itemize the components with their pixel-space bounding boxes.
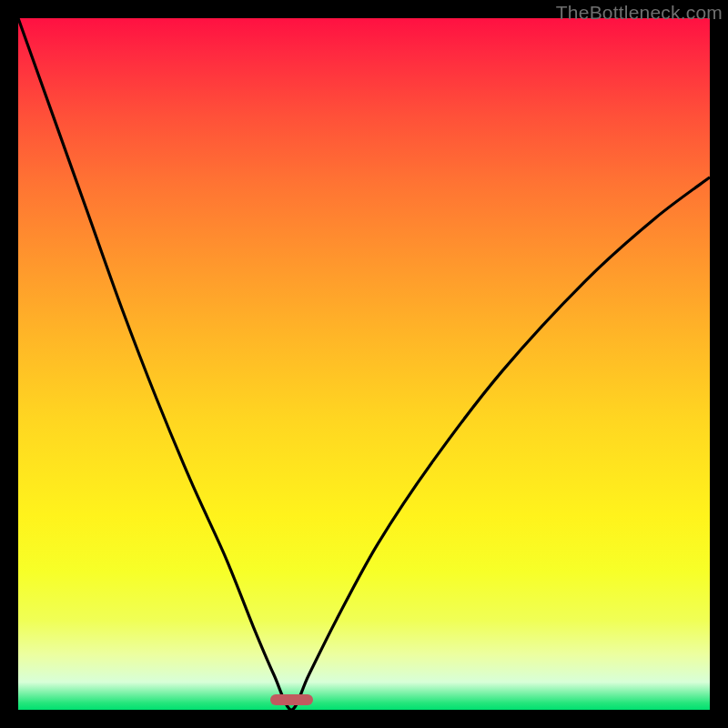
plot-area: [18, 18, 710, 710]
optimal-range-marker: [270, 694, 313, 705]
bottleneck-curve: [18, 18, 710, 710]
watermark-text: TheBottleneck.com: [556, 2, 723, 24]
